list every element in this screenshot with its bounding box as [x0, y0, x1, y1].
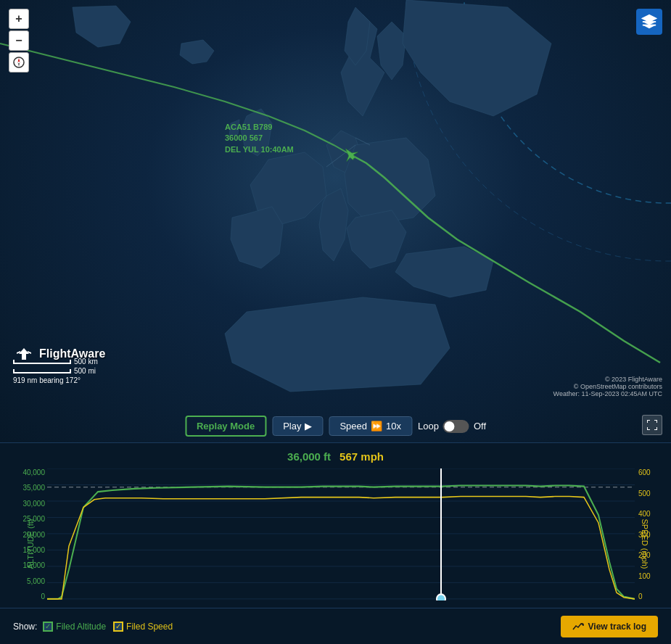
filed-altitude-label: Filed Altitude: [56, 622, 106, 632]
play-icon: ▶: [305, 421, 312, 432]
attr-osm: © OpenStreetMap contributors: [553, 383, 662, 390]
svg-marker-5: [18, 58, 20, 62]
play-button[interactable]: Play ▶: [272, 416, 323, 436]
view-track-log-button[interactable]: View track log: [561, 616, 658, 637]
layers-button[interactable]: [636, 9, 662, 35]
chart-container: ALTITUDE (ft) SPEED (mph) 36,000 ft 567 …: [0, 442, 671, 644]
fullscreen-button[interactable]: [642, 415, 662, 435]
scale-km: 500 km: [74, 358, 98, 366]
svg-point-21: [437, 594, 445, 600]
current-altitude-display: 36,000 ft: [287, 450, 331, 463]
map-attribution: © 2023 FlightAware © OpenStreetMap contr…: [553, 376, 662, 397]
attr-flightaware: © 2023 FlightAware: [553, 376, 662, 383]
filed-speed-label: Filed Speed: [126, 622, 173, 632]
svg-marker-6: [18, 62, 20, 67]
speed-icon: ⏩: [371, 421, 382, 432]
flight-altitude-speed: 36000 567: [225, 133, 294, 144]
replay-mode-badge[interactable]: Replay Mode: [185, 416, 266, 437]
filed-altitude-check-mark: ✓: [45, 622, 51, 630]
filed-speed-checkbox[interactable]: ✓ Filed Speed: [113, 622, 173, 632]
zoom-out-button[interactable]: −: [9, 30, 29, 51]
speed-button[interactable]: Speed ⏩ 10x: [329, 416, 412, 436]
flight-callsign: ACA51 B789: [225, 122, 294, 133]
filed-altitude-checkbox[interactable]: ✓ Filed Altitude: [43, 622, 106, 632]
y-axis-speed: 600 500 400 300 200 100 0: [638, 468, 664, 600]
loop-toggle[interactable]: [443, 420, 469, 433]
flight-label: ACA51 B789 36000 567 DEL YUL 10:40AM: [225, 122, 294, 155]
filed-speed-checkbox-box[interactable]: ✓: [113, 622, 123, 632]
current-speed-display: 567 mph: [339, 450, 384, 463]
y-axis-altitude: 40,000 35,000 30,000 25,000 20,000 15,00…: [7, 468, 45, 600]
chart-current-values: 36,000 ft 567 mph: [287, 450, 384, 463]
bearing-info: 919 nm bearing 172°: [13, 376, 98, 384]
scale-mi: 500 mi: [74, 367, 96, 375]
chart-bottom-bar: Show: ✓ Filed Altitude ✓ Filed Speed Vie…: [0, 608, 671, 644]
map-controls: + −: [9, 9, 29, 73]
replay-toolbar: Replay Mode Play ▶ Speed ⏩ 10x Loop Off: [185, 416, 486, 437]
compass-button[interactable]: [9, 52, 29, 73]
loop-toggle-container: Loop Off: [418, 420, 486, 433]
chart-svg-area[interactable]: [47, 468, 635, 600]
view-track-log-label: View track log: [588, 622, 646, 632]
show-label: Show:: [13, 622, 37, 632]
filed-speed-check-mark: ✓: [115, 622, 121, 630]
scale-bar: 500 km 500 mi 919 nm bearing 172°: [13, 358, 98, 384]
fullscreen-icon: [646, 419, 658, 431]
filed-altitude-checkbox-box[interactable]: ✓: [43, 622, 53, 632]
track-log-icon: [572, 621, 584, 632]
flight-route-time: DEL YUL 10:40AM: [225, 144, 294, 155]
attr-weather: Weather: 11-Sep-2023 02:45AM UTC: [553, 390, 662, 397]
map-container: + − ACA51 B789 36000 567 DEL YUL 10:40AM…: [0, 0, 671, 442]
zoom-in-button[interactable]: +: [9, 9, 29, 29]
layers-icon: [641, 14, 657, 30]
